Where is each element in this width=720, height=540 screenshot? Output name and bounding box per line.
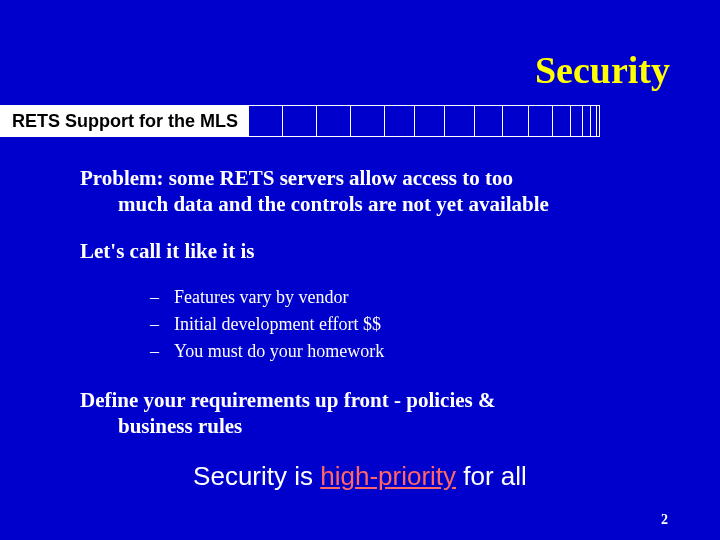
header-decoration [248,105,720,137]
footer-highlight: high-priority [320,461,456,491]
call-it-heading: Let's call it like it is [80,238,670,264]
problem-line1: Problem: some RETS servers allow access … [80,166,513,190]
footer-pre: Security is [193,461,320,491]
define-line2: business rules [80,413,670,439]
header-label: RETS Support for the MLS [0,105,248,137]
header-bar: RETS Support for the MLS [0,105,720,137]
footer-post: for all [456,461,527,491]
bullet-list: Features vary by vendor Initial developm… [150,284,670,365]
page-number: 2 [661,512,668,528]
slide-title: Security [535,48,670,92]
content-area: Problem: some RETS servers allow access … [80,165,670,459]
problem-statement: Problem: some RETS servers allow access … [80,165,670,218]
list-item: You must do your homework [150,338,670,365]
list-item: Features vary by vendor [150,284,670,311]
define-line1: Define your requirements up front - poli… [80,388,496,412]
list-item: Initial development effort $$ [150,311,670,338]
footer-statement: Security is high-priority for all [0,461,720,492]
problem-line2: much data and the controls are not yet a… [80,191,670,217]
define-requirements: Define your requirements up front - poli… [80,387,670,440]
